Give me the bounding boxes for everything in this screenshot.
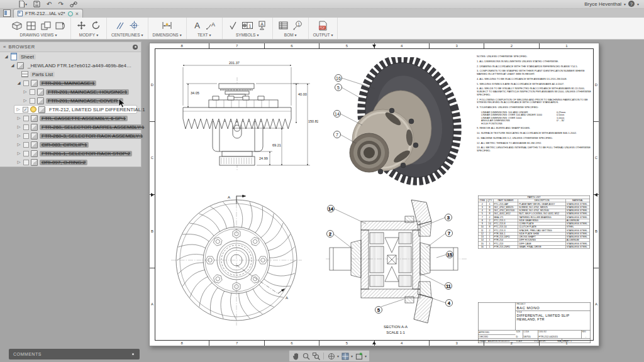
section-view-icon[interactable] (54, 19, 66, 31)
visibility-checkbox[interactable] (23, 142, 29, 148)
balloon[interactable]: 14 (328, 207, 333, 211)
parts-list-row[interactable]: 2 1 FTC-213-0AF PLANETARY BEVEL GEAR ASS… (479, 202, 590, 206)
viewports-icon[interactable] (355, 352, 363, 360)
pan-icon[interactable] (292, 352, 300, 360)
parts-list-row[interactable]: 11 2 FTC-213-3 SPACER, PRELOAD SETTING S… (479, 229, 590, 232)
bulb-icon[interactable] (30, 106, 36, 112)
group-label-dimensions[interactable]: DIMENSIONS▾ (153, 33, 182, 37)
group-label-drawing-views[interactable]: DRAWING VIEWS▾ (20, 33, 57, 37)
visibility-checkbox[interactable] (23, 151, 29, 156)
browser-item-maincase-housing[interactable]: ▷ FTR-201, MAINCASE, HOUSING:1 (0, 87, 141, 96)
move-icon[interactable] (75, 19, 87, 31)
comments-bar[interactable]: COMMENTS (9, 349, 140, 359)
expander-icon[interactable]: ▷ (23, 98, 28, 103)
help-icon[interactable]: ? (628, 1, 635, 7)
leader-text-icon[interactable]: A (206, 19, 218, 31)
projected-view-icon[interactable] (40, 19, 52, 31)
surface-finish-icon[interactable] (227, 19, 239, 31)
expander-icon[interactable]: ▷ (16, 142, 21, 147)
comments-settings-icon[interactable] (130, 352, 135, 357)
zoom-window-icon[interactable] (312, 352, 320, 360)
balloon[interactable]: 7 (448, 231, 450, 236)
centerline-icon[interactable] (114, 19, 126, 31)
redo-icon[interactable]: ↷ (58, 1, 63, 8)
parts-list-table[interactable]: PARTS LIST ITEM QTY PART NUMBER DESCRIPT… (478, 195, 591, 292)
feature-control-frame-icon[interactable]: 1 (242, 19, 253, 31)
expander-icon[interactable]: ◢ (16, 80, 21, 85)
browser-item-parts-list[interactable]: Parts List (0, 70, 141, 79)
parts-list-row[interactable]: 3 8 ISO_4762_M8X25 SCREW, ISO 4762, M8X2… (479, 206, 590, 209)
group-label-output[interactable]: OUTPUT▾ (313, 33, 333, 37)
parts-list-row[interactable]: 9 10 FTC-213-8 CORE PLATE STAINLESS STEE… (479, 222, 590, 225)
balloon[interactable]: 4 (448, 301, 450, 305)
expander-icon[interactable]: ▷ (16, 133, 21, 138)
expander-icon[interactable]: ▷ (16, 160, 21, 165)
expander-icon[interactable]: ▷ (16, 151, 21, 156)
display-settings-caret[interactable]: ▾ (337, 354, 339, 358)
balloon[interactable]: 16 (336, 76, 341, 80)
parts-list-row[interactable]: 12 2 FTR-306-1 SIDE PLATE SHIM STAINLESS… (479, 232, 590, 235)
parts-list-row[interactable]: 4 8 ISO_4762_M12X40 SCREW, ISO 4762, M12… (479, 209, 590, 212)
collapse-panel-icon[interactable]: « (3, 44, 6, 50)
visibility-checkbox[interactable] (23, 116, 29, 121)
output-pdf-icon[interactable]: PDF (317, 19, 329, 31)
group-label-centerlines[interactable]: CENTERLINES▾ (111, 33, 143, 37)
undo-icon[interactable]: ↶ (47, 1, 52, 8)
balloon[interactable]: 11 (446, 284, 450, 288)
visibility-checkbox[interactable] (23, 160, 29, 165)
group-label-bom[interactable]: BOM▾ (284, 33, 297, 37)
balloon[interactable]: 2 (329, 232, 331, 236)
text-icon[interactable]: A (191, 19, 203, 31)
browser-item-o-ring[interactable]: ▷ ORI-097, O-RING:2 (0, 158, 141, 167)
parts-list-row[interactable]: 5 8 ISO_4032_M12 NUT, SELF LOCKING, ISO … (479, 212, 590, 215)
user-caret-icon[interactable]: ▾ (624, 2, 626, 6)
layout-grid-caret[interactable]: ▾ (351, 354, 353, 358)
user-name[interactable]: Bryce Heventhal (584, 1, 621, 7)
drawing-sheet-icon[interactable] (25, 19, 37, 31)
balloon[interactable]: 14 (335, 112, 340, 116)
balloon[interactable]: 3 (447, 216, 450, 220)
section-view[interactable]: 14 2 3 7 15 11 4 5 SECTION A-A SCALE 1:1 (325, 199, 469, 336)
expander-icon[interactable]: ▷ (16, 116, 21, 121)
display-settings-icon[interactable] (327, 352, 335, 360)
balloon-icon[interactable]: 1 (292, 19, 304, 31)
browser-item-cassette[interactable]: ▷ FTR, CASSETTE ASSEMBLY, 6 SP:1 (0, 114, 141, 123)
parts-list-row[interactable]: 15 1 FTC-213 DIFF CASE STAINLESS STEEL (479, 242, 590, 245)
layout-grid-icon[interactable] (341, 352, 349, 360)
balloon[interactable]: 5 (337, 85, 340, 90)
expander-icon[interactable]: ▷ (16, 124, 21, 129)
rotate-icon[interactable] (90, 19, 102, 31)
group-label-modify[interactable]: MODIFY▾ (79, 33, 98, 37)
visibility-checkbox[interactable] (30, 89, 35, 95)
parts-list-row[interactable]: 16 1 FTR-213-2SFD GEAR, FINAL DRIVE STAI… (479, 245, 590, 248)
zoom-icon[interactable] (302, 352, 310, 360)
tab-close-icon[interactable]: × (75, 11, 79, 16)
save-icon[interactable] (33, 1, 40, 8)
visibility-checkbox[interactable] (23, 80, 29, 86)
browser-item-circlip[interactable]: ▷ CIR-083, CIRCLIP:1 (0, 140, 141, 149)
gear-front-view[interactable]: A A (169, 191, 313, 336)
browser-item-root[interactable]: ◢ _HEWLAND FTR.1e7eb012-a449-469b-8e40-d… (0, 61, 141, 70)
dimension-icon[interactable] (161, 19, 173, 31)
balloon[interactable]: 7 (336, 133, 338, 137)
table-icon[interactable] (277, 19, 289, 31)
group-label-symbols[interactable]: SYMBOLS▾ (236, 33, 258, 37)
share-link-icon[interactable] (70, 1, 77, 8)
browser-item-maincase[interactable]: ◢ FTR-201, MAINCASE:1 (0, 79, 141, 87)
browser-settings-icon[interactable] (133, 45, 138, 50)
document-tab[interactable]: FTR-212...IAL v2* × (13, 9, 83, 18)
drawing-sheet[interactable]: 87654321 87654321 DCBA DCBA (149, 43, 599, 346)
center-mark-icon[interactable] (128, 19, 140, 31)
balloon[interactable]: 5 (377, 308, 380, 312)
front-view[interactable]: 201.37 34.05 40.00 150.82 69.21 24.99 (180, 58, 318, 173)
expander-icon[interactable]: ◢ (4, 54, 9, 59)
parts-list-row[interactable]: 8 2 FTC-213-1 SIDE GEAR RING ALUMINUM (479, 219, 590, 222)
visibility-checkbox[interactable] (23, 124, 29, 130)
group-label-text[interactable]: TEXT▾ (197, 33, 211, 37)
app-grid-icon[interactable] (5, 1, 12, 8)
visibility-checkbox[interactable]: ✓ (23, 107, 28, 112)
expander-icon[interactable]: ◢ (10, 63, 15, 68)
browser-item-sheet[interactable]: ◢ Sheet (0, 52, 141, 61)
expander-icon[interactable]: ▷ (23, 89, 28, 94)
documents-icon[interactable] (3, 9, 11, 17)
